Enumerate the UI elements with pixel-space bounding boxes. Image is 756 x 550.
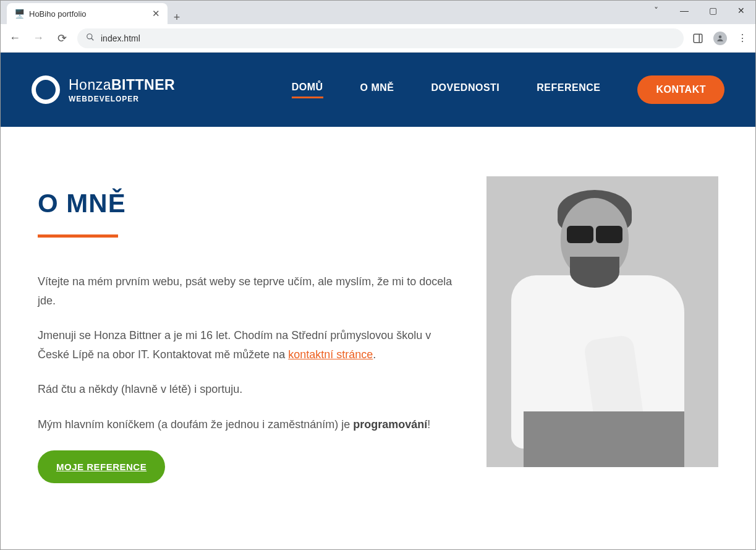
maximize-icon[interactable]: ▢ <box>699 1 727 20</box>
window-controls: ˅ — ▢ ✕ <box>642 1 755 20</box>
logo-name: HonzaBITTNER <box>69 77 175 93</box>
site-header: HonzaBITTNER WEBDEVELOPER DOMŮ O MNĚ DOV… <box>1 53 755 127</box>
url-text: index.html <box>101 33 140 43</box>
svg-point-4 <box>719 35 722 38</box>
address-bar[interactable]: index.html <box>77 28 684 48</box>
minimize-icon[interactable]: — <box>670 1 699 20</box>
svg-line-1 <box>91 38 94 41</box>
portrait-image <box>486 176 718 467</box>
contact-button[interactable]: KONTAKT <box>637 75 724 104</box>
panel-icon[interactable] <box>691 32 705 45</box>
browser-toolbar: ← → ⟳ index.html ⋮ <box>1 24 755 53</box>
close-tab-icon[interactable]: ✕ <box>152 8 160 19</box>
about-paragraph-2: Jmenuji se Honza Bittner a je mi 16 let.… <box>38 326 462 364</box>
svg-rect-2 <box>694 34 702 43</box>
about-paragraph-1: Vítejte na mém prvním webu, psát weby se… <box>38 272 462 310</box>
svg-point-0 <box>87 34 92 39</box>
about-paragraph-4: Mým hlavním koníčkem (a doufám že jednou… <box>38 415 462 434</box>
new-tab-button[interactable]: + <box>168 7 186 24</box>
heading-divider <box>38 234 118 238</box>
search-icon <box>86 33 95 43</box>
nav-about[interactable]: O MNĚ <box>360 82 394 97</box>
logo-circle-icon <box>32 75 60 104</box>
logo-subtitle: WEBDEVELOPER <box>69 95 175 103</box>
back-button[interactable]: ← <box>7 30 23 46</box>
reference-button[interactable]: MOJE REFERENCE <box>38 450 165 483</box>
close-window-icon[interactable]: ✕ <box>727 1 755 20</box>
browser-tab[interactable]: 🖥️ HoBiho portfolio ✕ <box>7 3 168 24</box>
nav-skills[interactable]: DOVEDNOSTI <box>431 82 499 97</box>
section-heading: O MNĚ <box>38 189 462 218</box>
browser-chrome: 🖥️ HoBiho portfolio ✕ + ˅ — ▢ ✕ ← → ⟳ in… <box>1 1 755 53</box>
about-section: O MNĚ Vítejte na mém prvním webu, psát w… <box>1 127 755 483</box>
nav-reference[interactable]: REFERENCE <box>537 82 600 97</box>
about-paragraph-3: Rád čtu a někdy (hlavně v létě) i sportu… <box>38 380 462 399</box>
tab-title: HoBiho portfolio <box>29 9 87 19</box>
page-content: HonzaBITTNER WEBDEVELOPER DOMŮ O MNĚ DOV… <box>1 53 755 549</box>
titlebar: 🖥️ HoBiho portfolio ✕ + ˅ — ▢ ✕ <box>1 1 755 24</box>
profile-avatar[interactable] <box>713 32 727 45</box>
logo[interactable]: HonzaBITTNER WEBDEVELOPER <box>32 75 175 104</box>
chevron-down-icon[interactable]: ˅ <box>642 1 670 20</box>
forward-button[interactable]: → <box>30 30 46 46</box>
favicon-icon: 🖥️ <box>14 9 24 19</box>
main-nav: DOMŮ O MNĚ DOVEDNOSTI REFERENCE KONTAKT <box>292 75 724 104</box>
reload-button[interactable]: ⟳ <box>54 30 70 46</box>
nav-home[interactable]: DOMŮ <box>292 82 323 98</box>
contact-link[interactable]: kontaktní stránce <box>288 348 373 361</box>
kebab-menu-icon[interactable]: ⋮ <box>736 32 749 45</box>
